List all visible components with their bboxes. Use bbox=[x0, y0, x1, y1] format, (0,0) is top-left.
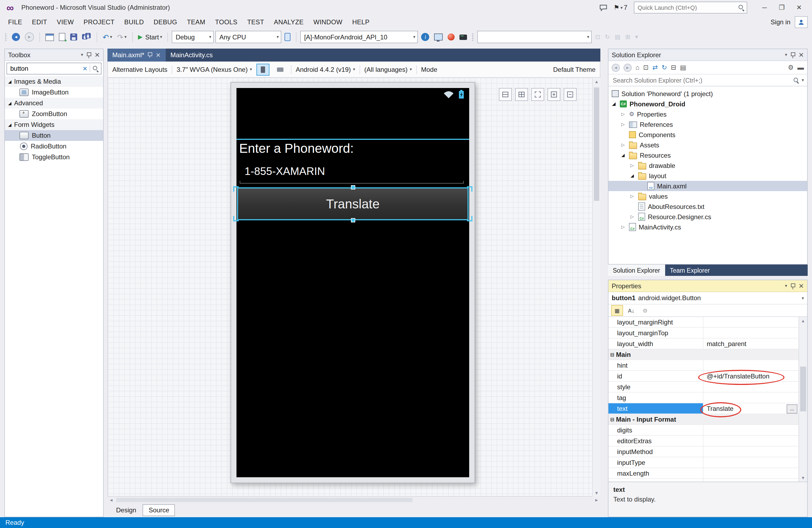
clear-search-icon[interactable]: ✕ bbox=[83, 65, 87, 72]
toolbox-item-button[interactable]: Button bbox=[5, 130, 103, 141]
forward-button[interactable]: ► bbox=[624, 63, 632, 72]
close-icon[interactable]: ✕ bbox=[798, 283, 804, 289]
property-row[interactable]: inputMethod bbox=[608, 446, 799, 457]
collapsed-icon[interactable]: ▷ bbox=[620, 224, 626, 230]
toolbox-group-form-widgets[interactable]: ◢ Form Widgets bbox=[5, 119, 103, 130]
tree-item-solution[interactable]: Solution 'Phoneword' (1 project) bbox=[608, 89, 807, 99]
solution-explorer-search[interactable]: ▾ bbox=[608, 74, 807, 86]
android-sdk-button[interactable] bbox=[283, 30, 292, 43]
toolbar-grip[interactable] bbox=[472, 33, 474, 41]
device-log-button[interactable] bbox=[458, 30, 469, 43]
tab-design[interactable]: Design bbox=[111, 505, 142, 516]
device-dropdown[interactable]: 3.7" WVGA (Nexus One) ▾ bbox=[176, 65, 252, 73]
navigate-backward-button[interactable]: ◄ bbox=[10, 30, 21, 43]
menu-team[interactable]: TEAM bbox=[182, 16, 210, 28]
tree-item-references[interactable]: ▷ References bbox=[608, 119, 807, 130]
menu-build[interactable]: BUILD bbox=[119, 16, 149, 28]
menu-help[interactable]: HELP bbox=[347, 16, 374, 28]
find-combo[interactable]: ▾ bbox=[478, 31, 592, 43]
android-version-dropdown[interactable]: Android 4.4.2 (v19) ▾ bbox=[295, 65, 355, 73]
ellipsis-button[interactable]: ... bbox=[787, 405, 797, 413]
scrollbar-track[interactable] bbox=[799, 324, 807, 474]
back-button[interactable]: ◄ bbox=[612, 63, 620, 72]
property-row[interactable]: hint bbox=[608, 360, 799, 371]
menu-window[interactable]: WINDOW bbox=[308, 16, 347, 28]
tree-item-resource-designer-cs[interactable]: ▷ C# Resource.Designer.cs bbox=[608, 211, 807, 222]
scroll-up-icon[interactable]: ▲ bbox=[799, 317, 807, 324]
sync-with-active-document-icon[interactable]: ⇄ bbox=[652, 64, 658, 71]
toolbox-group-images-media[interactable]: ◢ Images & Media bbox=[5, 76, 103, 87]
tab-mainactivity-cs[interactable]: MainActivity.cs bbox=[165, 48, 218, 61]
translate-button-widget[interactable]: Translate bbox=[237, 187, 469, 220]
tree-item-components[interactable]: Components bbox=[608, 130, 807, 140]
collapsed-icon[interactable]: ▷ bbox=[620, 143, 626, 147]
close-button[interactable]: ✕ bbox=[791, 2, 808, 14]
tab-solution-explorer[interactable]: Solution Explorer bbox=[608, 265, 665, 276]
solution-platform-dropdown[interactable]: Any CPU▾ bbox=[216, 31, 281, 43]
maximize-button[interactable]: ❐ bbox=[773, 2, 791, 14]
pin-icon[interactable] bbox=[791, 283, 795, 289]
collapsed-icon[interactable]: ▷ bbox=[620, 112, 626, 117]
minimize-button[interactable]: ─ bbox=[756, 2, 773, 14]
save-button[interactable] bbox=[69, 30, 79, 43]
scrollbar-thumb[interactable] bbox=[116, 498, 412, 502]
split-view-button[interactable] bbox=[499, 88, 512, 101]
design-surface[interactable]: Enter a Phoneword: 1-855-XAMARIN Transla… bbox=[107, 78, 592, 497]
tree-item-aboutresources-txt[interactable]: AboutResources.txt bbox=[608, 201, 807, 211]
tree-item-values[interactable]: ▷ values bbox=[608, 191, 807, 201]
tree-item-resources[interactable]: ◢ Resources bbox=[608, 150, 807, 160]
window-position-icon[interactable]: ▾ bbox=[785, 53, 787, 57]
menu-edit[interactable]: EDIT bbox=[27, 16, 52, 28]
tab-main-axml[interactable]: Main.axml* ✕ bbox=[107, 48, 165, 61]
properties-gear-icon[interactable]: ⚙ bbox=[788, 64, 794, 71]
landscape-orientation-button[interactable] bbox=[274, 63, 286, 75]
scope-icon[interactable]: ⊡ bbox=[643, 64, 649, 71]
edittext-phoneword[interactable]: 1-855-XAMARIN bbox=[245, 165, 325, 178]
properties-scrollbar[interactable]: ▲ ▼ bbox=[798, 317, 807, 482]
menu-debug[interactable]: DEBUG bbox=[149, 16, 182, 28]
tree-item-mainactivity-cs[interactable]: ▷ C# MainActivity.cs bbox=[608, 222, 807, 232]
resize-handle-bottom[interactable] bbox=[351, 218, 355, 222]
tree-item-drawable[interactable]: ▷ drawable bbox=[608, 160, 807, 171]
user-account-icon[interactable] bbox=[795, 16, 808, 28]
language-dropdown[interactable]: (All languages) ▾ bbox=[364, 65, 412, 73]
inactive-tool-icon-2[interactable]: ↻ bbox=[603, 30, 611, 43]
expanded-icon[interactable]: ◢ bbox=[620, 153, 626, 158]
device-target-dropdown[interactable]: [A]-MonoForAndroid_API_10▾ bbox=[301, 31, 418, 43]
inactive-tool-icon-4[interactable]: ⊞ bbox=[624, 30, 632, 43]
toolbox-group-advanced[interactable]: ◢ Advanced bbox=[5, 98, 103, 108]
navigate-forward-button[interactable]: ► bbox=[23, 30, 35, 43]
notifications-flag[interactable]: ⚑ ▾ 7 bbox=[613, 4, 627, 11]
menu-view[interactable]: VIEW bbox=[52, 16, 79, 28]
toolbox-item-imagebutton[interactable]: ImageButton bbox=[5, 87, 103, 98]
toolbox-search[interactable]: ✕ bbox=[6, 63, 102, 74]
inactive-tool-icon-1[interactable]: ⊡ bbox=[594, 30, 602, 43]
collapsed-icon[interactable]: ▷ bbox=[629, 194, 636, 199]
menu-test[interactable]: TEST bbox=[243, 16, 269, 28]
close-icon[interactable]: ✕ bbox=[798, 52, 804, 58]
tree-item-assets[interactable]: ▷ Assets bbox=[608, 140, 807, 150]
sign-in-link[interactable]: Sign in bbox=[771, 18, 791, 26]
undo-button[interactable]: ↶▾ bbox=[101, 30, 114, 43]
property-row[interactable]: tag bbox=[608, 393, 799, 403]
resize-handle-top[interactable] bbox=[351, 185, 355, 190]
window-position-icon[interactable]: ▾ bbox=[81, 53, 83, 57]
save-all-button[interactable] bbox=[81, 30, 93, 43]
property-row[interactable]: style bbox=[608, 382, 799, 393]
scrollbar-track[interactable] bbox=[115, 497, 593, 503]
quick-launch[interactable] bbox=[634, 2, 747, 14]
scroll-down-icon[interactable]: ▼ bbox=[593, 489, 600, 497]
property-row-text[interactable]: text Translate ... bbox=[608, 403, 799, 414]
close-icon[interactable]: ✕ bbox=[95, 52, 100, 58]
zoom-to-fit-button[interactable] bbox=[531, 88, 544, 101]
toolbox-item-togglebutton[interactable]: ToggleButton bbox=[5, 152, 103, 162]
property-row[interactable]: layout_marginRight bbox=[608, 317, 799, 328]
inactive-tool-icon-3[interactable]: ▤ bbox=[613, 30, 622, 43]
property-row[interactable]: layout_width match_parent bbox=[608, 338, 799, 349]
menu-file[interactable]: FILE bbox=[3, 16, 27, 28]
property-row[interactable]: inputType bbox=[608, 457, 799, 468]
new-project-button[interactable] bbox=[44, 30, 56, 43]
grid-view-button[interactable] bbox=[515, 88, 528, 101]
collapsed-icon[interactable]: ▷ bbox=[629, 214, 636, 219]
property-row[interactable]: editorExtras bbox=[608, 436, 799, 446]
